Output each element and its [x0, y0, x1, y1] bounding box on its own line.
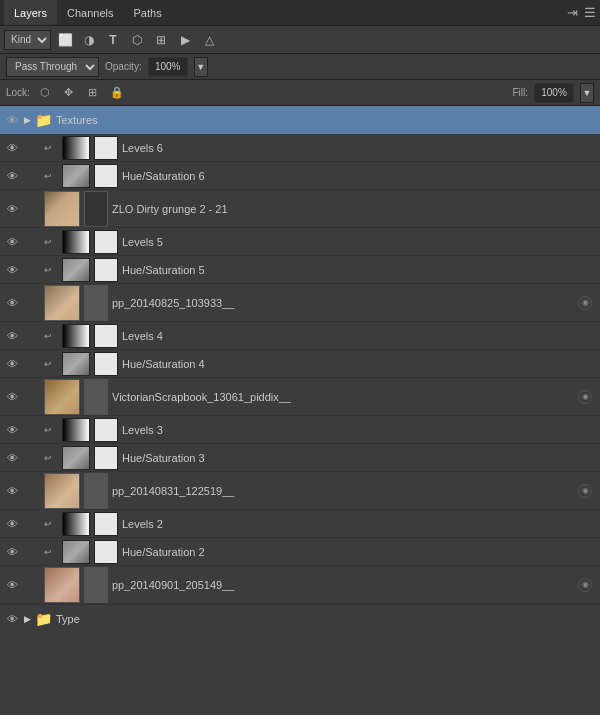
- opacity-input[interactable]: [148, 57, 188, 77]
- layer-visibility-icon[interactable]: 👁: [4, 422, 20, 438]
- layer-visibility-icon[interactable]: 👁: [4, 140, 20, 156]
- lock-toolbar: Lock: ⬡ ✥ ⊞ 🔒 Fill: ▼: [0, 80, 600, 106]
- layer-row[interactable]: 👁 ↩ Levels 4: [0, 322, 600, 350]
- group-textures-visibility[interactable]: 👁: [4, 112, 20, 128]
- layer-name: ZLO Dirty grunge 2 - 21: [112, 203, 596, 215]
- group-textures-header[interactable]: 👁 ▶ 📁 Textures: [0, 106, 600, 134]
- layer-mask-thumbnail: [94, 164, 118, 188]
- layer-visibility-icon[interactable]: 👁: [4, 516, 20, 532]
- layer-row[interactable]: 👁 pp_20140825_103933__ ◉: [0, 284, 600, 322]
- layer-thumbnail: [62, 136, 90, 160]
- lock-move-icon[interactable]: ✥: [60, 84, 78, 102]
- layer-visibility-icon[interactable]: 👁: [4, 483, 20, 499]
- layer-row[interactable]: 👁 ↩ Levels 2: [0, 510, 600, 538]
- layer-visibility-icon[interactable]: 👁: [4, 544, 20, 560]
- layer-mask-thumbnail: [84, 191, 108, 227]
- opacity-arrow[interactable]: ▼: [194, 57, 208, 77]
- layer-name: pp_20140901_205149__: [112, 579, 574, 591]
- lock-all-icon[interactable]: 🔒: [108, 84, 126, 102]
- layer-link-icon[interactable]: ↩: [44, 425, 58, 435]
- layer-row[interactable]: 👁 VictorianScrapbook_13061_piddix__ ◉: [0, 378, 600, 416]
- lock-pixels-icon[interactable]: ⬡: [36, 84, 54, 102]
- layer-visibility-icon[interactable]: 👁: [4, 328, 20, 344]
- layer-visibility-icon[interactable]: 👁: [4, 577, 20, 593]
- layer-mask-thumbnail: [84, 473, 108, 509]
- layer-link-icon[interactable]: ↩: [44, 143, 58, 153]
- layer-thumbnail: [62, 230, 90, 254]
- layer-thumbnail: [62, 418, 90, 442]
- tab-layers[interactable]: Layers: [4, 0, 57, 25]
- folder-type-icon: 📁: [35, 611, 52, 627]
- tab-paths[interactable]: Paths: [124, 0, 172, 25]
- layer-row[interactable]: 👁 ↩ Hue/Saturation 5: [0, 256, 600, 284]
- layer-row[interactable]: 👁 ↩ Levels 3: [0, 416, 600, 444]
- layer-visibility-icon[interactable]: 👁: [4, 201, 20, 217]
- layer-thumbnail: [44, 191, 80, 227]
- layer-link-icon[interactable]: ↩: [44, 237, 58, 247]
- layer-row[interactable]: 👁 pp_20140831_122519__ ◉: [0, 472, 600, 510]
- filter-video-icon[interactable]: ▶: [175, 30, 195, 50]
- layer-link-icon[interactable]: ↩: [44, 171, 58, 181]
- layer-mask-thumbnail: [94, 258, 118, 282]
- layer-thumbnail: [44, 567, 80, 603]
- lock-artboards-icon[interactable]: ⊞: [84, 84, 102, 102]
- layer-visibility-icon[interactable]: 👁: [4, 262, 20, 278]
- layer-eye-right-icon[interactable]: ◉: [578, 484, 592, 498]
- layer-row[interactable]: 👁 ↩ Levels 6: [0, 134, 600, 162]
- layer-mask-thumbnail: [94, 540, 118, 564]
- layer-name: Levels 6: [122, 142, 596, 154]
- layer-link-icon[interactable]: ↩: [44, 265, 58, 275]
- filter-adjustment-icon[interactable]: ◑: [79, 30, 99, 50]
- blend-mode-select[interactable]: Pass Through: [6, 57, 99, 77]
- layer-eye-right-icon[interactable]: ◉: [578, 390, 592, 404]
- filter-smart-icon[interactable]: ⊞: [151, 30, 171, 50]
- layer-row[interactable]: 👁 ↩ Hue/Saturation 2: [0, 538, 600, 566]
- layer-link-icon[interactable]: ↩: [44, 519, 58, 529]
- layer-thumbnail: [44, 473, 80, 509]
- fill-arrow[interactable]: ▼: [580, 83, 594, 103]
- layer-thumbnail: [62, 446, 90, 470]
- lock-label: Lock:: [6, 87, 30, 98]
- layer-visibility-icon[interactable]: 👁: [4, 356, 20, 372]
- filter-type-icon[interactable]: T: [103, 30, 123, 50]
- layer-name: Levels 5: [122, 236, 596, 248]
- fill-label: Fill:: [512, 87, 528, 98]
- layer-row[interactable]: 👁 ↩ Hue/Saturation 4: [0, 350, 600, 378]
- layer-link-icon[interactable]: ↩: [44, 359, 58, 369]
- filter-shape-icon[interactable]: ⬡: [127, 30, 147, 50]
- layer-mask-thumbnail: [94, 512, 118, 536]
- layer-thumbnail: [62, 540, 90, 564]
- layer-mask-thumbnail: [84, 285, 108, 321]
- layer-link-icon[interactable]: ↩: [44, 453, 58, 463]
- layer-visibility-icon[interactable]: 👁: [4, 450, 20, 466]
- layer-name: Hue/Saturation 5: [122, 264, 596, 276]
- layer-mask-thumbnail: [94, 418, 118, 442]
- fill-input[interactable]: [534, 83, 574, 103]
- layer-thumbnail: [44, 379, 80, 415]
- layer-link-icon[interactable]: ↩: [44, 547, 58, 557]
- layer-row[interactable]: 👁 pp_20140901_205149__ ◉: [0, 566, 600, 604]
- layer-name: VictorianScrapbook_13061_piddix__: [112, 391, 574, 403]
- group-type-visibility[interactable]: 👁: [4, 611, 20, 627]
- filter-toolbar: Kind ⬜ ◑ T ⬡ ⊞ ▶ △: [0, 26, 600, 54]
- layer-row[interactable]: 👁 ↩ Hue/Saturation 3: [0, 444, 600, 472]
- layer-visibility-icon[interactable]: 👁: [4, 389, 20, 405]
- layer-thumbnail: [62, 512, 90, 536]
- layer-eye-right-icon[interactable]: ◉: [578, 296, 592, 310]
- layer-mask-thumbnail: [84, 567, 108, 603]
- layer-row[interactable]: 👁 ↩ Hue/Saturation 6: [0, 162, 600, 190]
- layer-visibility-icon[interactable]: 👁: [4, 234, 20, 250]
- filter-pixel-icon[interactable]: ⬜: [55, 30, 75, 50]
- panel-menu-icon[interactable]: ☰: [584, 5, 596, 20]
- layer-row[interactable]: 👁 ZLO Dirty grunge 2 - 21: [0, 190, 600, 228]
- panel-arrange-icon[interactable]: ⇥: [567, 5, 578, 20]
- layer-visibility-icon[interactable]: 👁: [4, 295, 20, 311]
- tab-channels[interactable]: Channels: [57, 0, 123, 25]
- layer-row[interactable]: 👁 ↩ Levels 5: [0, 228, 600, 256]
- layer-visibility-icon[interactable]: 👁: [4, 168, 20, 184]
- layer-link-icon[interactable]: ↩: [44, 331, 58, 341]
- layer-eye-right-icon[interactable]: ◉: [578, 578, 592, 592]
- kind-select[interactable]: Kind: [4, 30, 51, 50]
- filter-3d-icon[interactable]: △: [199, 30, 219, 50]
- group-type-header[interactable]: 👁 ▶ 📁 Type: [0, 604, 600, 632]
